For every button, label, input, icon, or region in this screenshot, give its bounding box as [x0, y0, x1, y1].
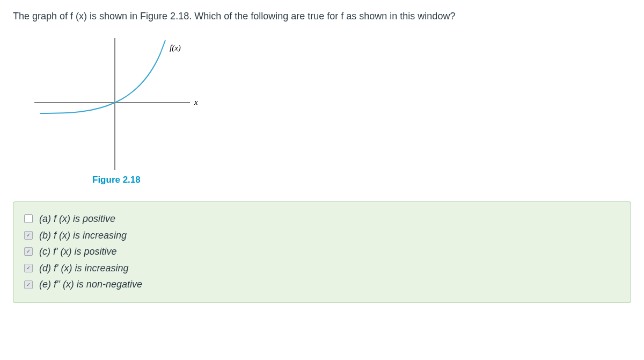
checkbox-icon[interactable]	[24, 231, 33, 240]
x-axis-label: x	[194, 98, 198, 106]
figure-container: f(x) x Figure 2.18	[29, 33, 631, 185]
answer-box: (a) f (x) is positive (b) f (x) is incre…	[13, 201, 631, 303]
option-label: (e) f'' (x) is non-negative	[39, 276, 142, 293]
checkbox-icon[interactable]	[24, 280, 33, 289]
checkbox-icon[interactable]	[24, 247, 33, 256]
checkbox-icon[interactable]	[24, 264, 33, 272]
option-d[interactable]: (d) f' (x) is increasing	[24, 260, 620, 277]
checkbox-icon[interactable]	[24, 214, 33, 223]
option-label: (c) f' (x) is positive	[39, 243, 116, 260]
figure-plot: f(x) x	[29, 33, 211, 172]
question-text: The graph of f (x) is shown in Figure 2.…	[13, 11, 631, 22]
option-label: (d) f' (x) is increasing	[39, 260, 128, 277]
figure-caption: Figure 2.18	[92, 175, 631, 185]
option-c[interactable]: (c) f' (x) is positive	[24, 243, 620, 260]
option-label: (b) f (x) is increasing	[39, 227, 127, 244]
option-label: (a) f (x) is positive	[39, 211, 115, 227]
option-a[interactable]: (a) f (x) is positive	[24, 211, 620, 227]
function-label: f(x)	[170, 44, 181, 53]
option-e[interactable]: (e) f'' (x) is non-negative	[24, 276, 620, 293]
option-b[interactable]: (b) f (x) is increasing	[24, 227, 620, 244]
